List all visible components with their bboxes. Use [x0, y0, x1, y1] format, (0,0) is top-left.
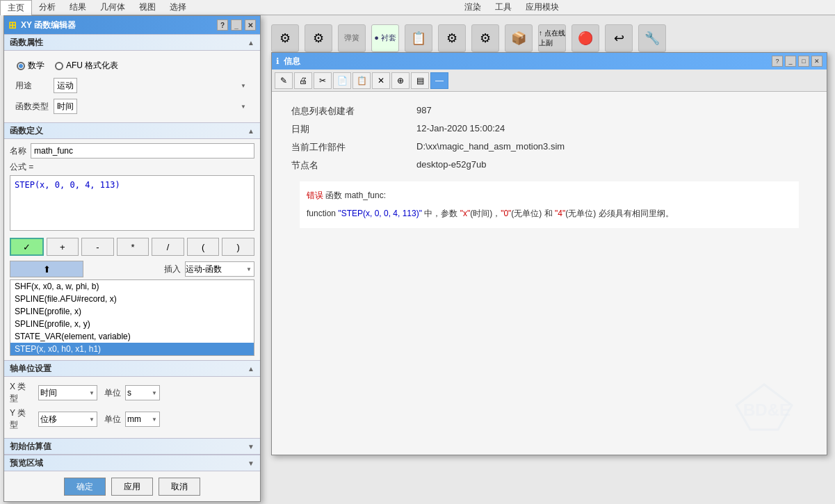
top-menubar: 主页 分析 结果 几何体 视图 选择 渲染 工具 应用模块 — [0, 0, 835, 15]
insert-select[interactable]: 运动-函数 — [185, 261, 254, 277]
axis-settings-label: 轴单位设置 — [10, 363, 248, 375]
info-tool-paste[interactable]: 📋 — [352, 72, 371, 89]
initial-estimate-arrow: ▼ — [248, 443, 254, 450]
func-properties-label: 函数属性 — [10, 37, 248, 49]
menu-select[interactable]: 选择 — [163, 0, 193, 15]
radio-afu-label[interactable]: AFU 格式化表 — [55, 60, 118, 72]
preview-arrow: ▼ — [248, 460, 254, 467]
toolbar-icon-spring[interactable]: 弹簧 — [338, 24, 366, 52]
preview-header[interactable]: 预览区域 ▼ — [4, 455, 260, 471]
divide-button[interactable]: / — [152, 238, 184, 256]
multiply-button[interactable]: * — [117, 238, 149, 256]
current-part-row: 当前工作部件 D:\xx\magic_hand_asm_motion3.sim — [286, 138, 813, 156]
minus-button[interactable]: - — [81, 238, 114, 256]
toolbar-icon-sleeve[interactable]: ● 衬套 — [371, 24, 399, 52]
x-unit-select[interactable]: s — [125, 385, 160, 400]
toolbar-icon-6[interactable]: 📦 — [505, 24, 533, 52]
axis-settings-header[interactable]: 轴单位设置 ▲ — [4, 360, 260, 377]
menu-tools[interactable]: 工具 — [488, 0, 519, 15]
y-unit-label: 单位 — [104, 414, 121, 425]
toolbar-icon-2[interactable]: ⚙ — [305, 24, 332, 52]
ok-button[interactable]: 确定 — [64, 478, 106, 496]
func-properties-header[interactable]: 函数属性 ▲ — [4, 34, 260, 51]
info-maximize-button[interactable]: □ — [798, 56, 809, 67]
apply-button[interactable]: 应用 — [111, 478, 153, 496]
func-type-row: 函数类型 时间 — [10, 96, 254, 117]
info-tool-active[interactable]: — — [430, 72, 448, 89]
initial-estimate-header[interactable]: 初始估算值 ▼ — [4, 438, 260, 455]
close-paren-button[interactable]: ) — [222, 238, 254, 256]
func-list-item-selected[interactable]: STEP(x, x0, h0, x1, h1) — [10, 343, 254, 355]
func-definition-header[interactable]: 函数定义 ▲ — [4, 122, 260, 139]
menu-render[interactable]: 渲染 — [457, 0, 488, 15]
info-close-button[interactable]: ✕ — [811, 56, 822, 67]
cancel-button[interactable]: 取消 — [159, 478, 200, 496]
toolbar-icon-online[interactable]: ↑ 点在线上副 — [538, 24, 566, 52]
func-type-select[interactable]: 时间 — [54, 99, 77, 114]
x-type-select[interactable]: 时间 — [38, 385, 97, 400]
check-button[interactable]: ✓ — [10, 238, 44, 256]
creator-value: 987 — [411, 102, 813, 120]
minimize-button[interactable]: _ — [231, 19, 242, 31]
radio-afu-btn[interactable] — [55, 62, 63, 70]
svg-text:BD&E: BD&E — [743, 400, 791, 419]
toolbar-icon-7[interactable]: 🔴 — [571, 24, 599, 52]
preview-label: 预览区域 — [10, 457, 248, 469]
toolbar-icon-4[interactable]: ⚙ — [438, 24, 466, 52]
info-tool-cut[interactable]: ✂ — [314, 72, 332, 89]
creator-row: 信息列表创建者 987 — [286, 102, 813, 120]
info-tool-print[interactable]: 🖨 — [294, 72, 312, 89]
xy-editor-titlebar: ⊞ XY 函数编辑器 ? _ ✕ — [4, 16, 260, 34]
up-button[interactable]: ⬆ — [10, 261, 83, 277]
func-list-item[interactable]: SPLINE(profile, x, y) — [10, 318, 254, 330]
info-tool-delete[interactable]: ✕ — [372, 72, 390, 89]
menu-home[interactable]: 主页 — [0, 0, 32, 15]
info-minimize-button[interactable]: _ — [785, 56, 796, 67]
info-tool-table[interactable]: ▤ — [411, 72, 429, 89]
radio-row: 数学 AFU 格式化表 — [10, 56, 254, 75]
info-title-buttons: ? _ □ ✕ — [772, 56, 822, 67]
error-message: function "STEP(x, 0, 0, 4, 113)" 中，参数 "x… — [307, 209, 674, 218]
y-unit-select[interactable]: mm — [125, 412, 160, 427]
func-list-item[interactable]: STATE_VAR(element, variable) — [10, 330, 254, 343]
info-tool-center[interactable]: ⊕ — [391, 72, 410, 89]
formula-area[interactable]: STEP(x, 0, 0, 4, 113) — [10, 175, 254, 231]
func-list-item[interactable]: SPLINE(file.AFU#record, x) — [10, 293, 254, 305]
y-type-select[interactable]: 位移 — [38, 412, 97, 427]
insert-label: 插入 — [164, 263, 181, 275]
menu-results[interactable]: 结果 — [63, 0, 93, 15]
func-list-item[interactable]: SHF(x, x0, a, w, phi, b) — [10, 280, 254, 293]
menu-geometry[interactable]: 几何体 — [93, 0, 132, 15]
info-tool-edit[interactable]: ✎ — [275, 72, 293, 89]
menu-analysis[interactable]: 分析 — [32, 0, 63, 15]
toolbar-icon-5[interactable]: ⚙ — [471, 24, 499, 52]
purpose-select[interactable]: 运动 — [54, 78, 77, 93]
radio-math-btn[interactable] — [17, 62, 25, 70]
axis-settings-content: X 类型 时间 单位 s Y 类型 位移 单位 — [4, 377, 260, 438]
menu-modules[interactable]: 应用模块 — [519, 0, 566, 15]
toolbar-icon-9[interactable]: 🔧 — [638, 24, 666, 52]
title-buttons: ? _ ✕ — [217, 19, 256, 31]
func-properties-content: 数学 AFU 格式化表 用途 运动 函数类型 时间 — [4, 51, 260, 122]
formula-text: STEP(x, 0, 0, 4, 113) — [15, 180, 120, 190]
toolbar-icon-1[interactable]: ⚙ — [271, 24, 299, 52]
info-tool-copy[interactable]: 📄 — [333, 72, 351, 89]
name-input[interactable] — [31, 143, 254, 158]
editor-icon: ⊞ — [8, 19, 17, 31]
x-axis-label: X 类型 — [10, 381, 34, 405]
menu-view[interactable]: 视图 — [132, 0, 163, 15]
toolbar-icon-3[interactable]: 📋 — [405, 24, 432, 52]
func-list-item[interactable]: SPLINE(profile, x) — [10, 305, 254, 318]
open-paren-button[interactable]: ( — [187, 238, 220, 256]
toolbar-icon-8[interactable]: ↩ — [605, 24, 633, 52]
purpose-label: 用途 — [15, 80, 54, 92]
help-button[interactable]: ? — [217, 19, 228, 31]
close-button[interactable]: ✕ — [245, 19, 256, 31]
radio-math-label[interactable]: 数学 — [17, 60, 44, 72]
plus-button[interactable]: + — [47, 238, 79, 256]
error-label: 错误 — [307, 190, 323, 200]
calc-buttons-row: ✓ + - * / ( ) — [4, 235, 260, 259]
x-unit-label: 单位 — [104, 387, 121, 399]
info-help-button[interactable]: ? — [772, 56, 783, 67]
radio-math-text: 数学 — [28, 60, 44, 72]
